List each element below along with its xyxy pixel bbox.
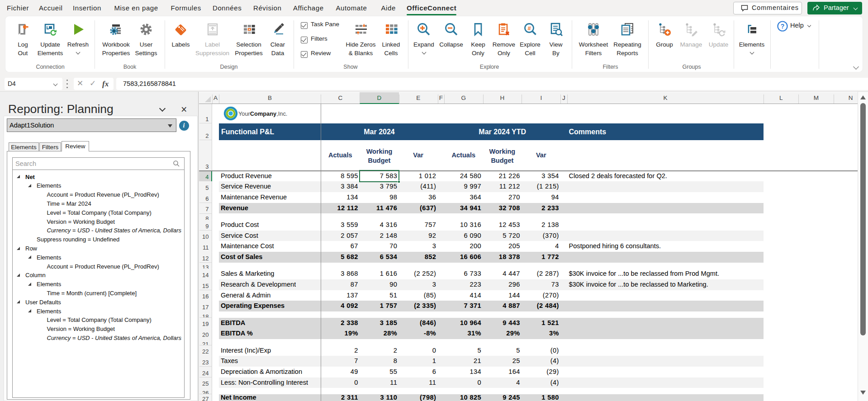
svg-text:#: # (527, 25, 531, 32)
svg-text:?: ? (781, 23, 785, 30)
